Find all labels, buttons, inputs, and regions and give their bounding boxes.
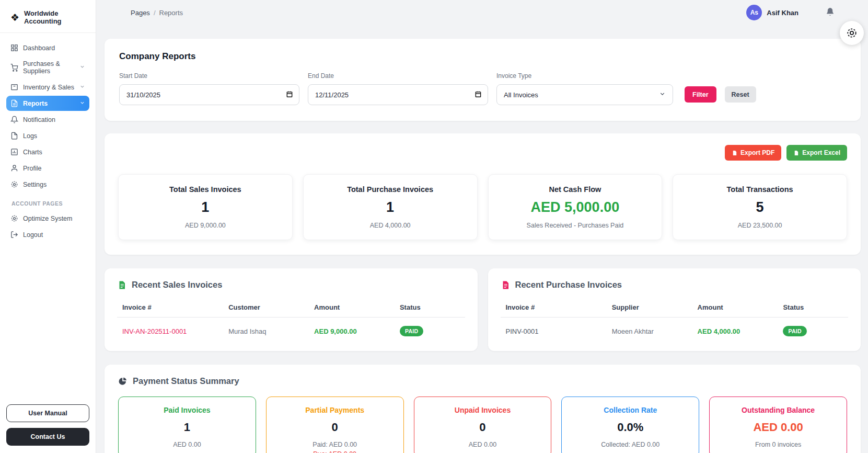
avatar[interactable]: As [746, 5, 762, 20]
section-header: Recent Sales Invoices [117, 280, 465, 290]
calendar-icon[interactable] [286, 90, 293, 99]
sidebar-item-logout[interactable]: Logout [6, 227, 89, 242]
payment-status-summary-card: Payment Status Summary Paid Invoices 1 A… [105, 365, 861, 453]
partial-payments-card: Partial Payments 0 Paid: AED 0.00 Due: A… [266, 397, 404, 453]
stat-subtitle: AED 23,500.00 [679, 222, 840, 229]
sidebar-item-logs[interactable]: Logs [6, 128, 89, 143]
stat-value: AED 5,000.00 [495, 199, 656, 216]
section-header: Payment Status Summary [118, 376, 847, 386]
app-title: Worldwide Accounting [24, 9, 87, 25]
reset-button[interactable]: Reset [725, 86, 756, 103]
contact-us-button[interactable]: Contact Us [6, 428, 89, 446]
notification-bell-icon[interactable] [826, 7, 835, 18]
breadcrumb-pages[interactable]: Pages [131, 9, 150, 17]
stat-value: 1 [125, 199, 286, 216]
recent-invoices-row: Recent Sales Invoices Invoice # Customer… [105, 268, 861, 351]
table-header: Invoice # Customer Amount Status [117, 298, 465, 318]
stat-subtitle: AED 9,000.00 [125, 222, 286, 229]
user-name[interactable]: Asif Khan [767, 9, 798, 17]
sidebar-item-label: Reports [23, 100, 48, 107]
settings-fab-button[interactable] [840, 21, 864, 45]
paid-invoices-card: Paid Invoices 1 AED 0.00 [118, 397, 256, 453]
sidebar-item-charts[interactable]: Charts [6, 144, 89, 160]
calendar-icon[interactable] [474, 90, 482, 99]
stat-subtitle: Sales Received - Purchases Paid [495, 222, 656, 229]
export-excel-button[interactable]: Export Excel [786, 145, 847, 161]
unpaid-invoices-card: Unpaid Invoices 0 AED 0.00 [414, 397, 552, 453]
report-document-icon [10, 99, 18, 107]
pdf-file-icon [732, 150, 737, 156]
payment-cards-grid: Paid Invoices 1 AED 0.00 Partial Payment… [118, 397, 847, 453]
table-row[interactable]: PINV-0001 Moeen Akhtar AED 4,000.00 PAID [501, 318, 849, 346]
sidebar-item-notification[interactable]: Notification [6, 112, 89, 127]
sidebar-item-settings[interactable]: Settings [6, 177, 89, 192]
dashboard-icon [10, 44, 18, 52]
sidebar-item-optimize-system[interactable]: Optimize System [6, 211, 89, 226]
sidebar-item-label: Logs [23, 132, 37, 140]
sidebar-nav: Dashboard Purchases & Suppliers Inventor… [0, 33, 96, 242]
invoice-type-select[interactable]: All Invoices [496, 84, 673, 105]
top-bar: Pages / Reports As Asif Khan [105, 0, 861, 25]
sidebar-item-label: Logout [23, 231, 43, 239]
user-manual-button[interactable]: User Manual [6, 404, 89, 422]
sidebar-item-dashboard[interactable]: Dashboard [6, 40, 89, 55]
stat-total-purchase-invoices: Total Purchase Invoices 1 AED 4,000.00 [303, 174, 478, 240]
start-date-input[interactable] [119, 84, 299, 105]
sidebar-item-label: Purchases & Suppliers [23, 60, 75, 75]
sidebar-item-label: Dashboard [23, 44, 55, 52]
logout-icon [10, 231, 18, 239]
chevron-down-icon [659, 90, 666, 99]
table-header: Invoice # Supplier Amount Status [501, 298, 849, 318]
purchase-invoice-icon [501, 280, 510, 290]
section-title: Recent Sales Invoices [132, 280, 222, 290]
export-row: Export PDF Export Excel [118, 145, 847, 161]
sidebar: ❖ Worldwide Accounting Dashboard Purchas… [0, 0, 96, 453]
sidebar-item-purchases-suppliers[interactable]: Purchases & Suppliers [6, 56, 89, 78]
chevron-down-icon [79, 64, 85, 71]
excel-file-icon [793, 150, 799, 156]
gear-icon [846, 27, 858, 39]
invoice-number[interactable]: PINV-0001 [506, 327, 612, 335]
table-row[interactable]: INV-AN-202511-0001 Murad Ishaq AED 9,000… [117, 318, 465, 346]
stat-value: 5 [679, 199, 840, 216]
sidebar-section-account-pages: ACCOUNT PAGES [11, 200, 89, 207]
breadcrumb-current: Reports [159, 9, 183, 17]
chevron-down-icon [79, 84, 85, 91]
bar-chart-icon [10, 148, 18, 156]
page-title: Company Reports [119, 51, 846, 62]
stat-net-cash-flow: Net Cash Flow AED 5,000.00 Sales Receive… [488, 174, 663, 240]
sidebar-item-reports[interactable]: Reports [6, 96, 89, 111]
end-date-input[interactable] [308, 84, 488, 105]
sidebar-item-profile[interactable]: Profile [6, 161, 89, 176]
sidebar-item-label: Notification [23, 116, 55, 123]
stats-row: Total Sales Invoices 1 AED 9,000.00 Tota… [118, 174, 847, 240]
sidebar-item-label: Inventory & Sales [23, 84, 74, 91]
export-pdf-button[interactable]: Export PDF [725, 145, 781, 161]
invoice-number[interactable]: INV-AN-202511-0001 [122, 327, 228, 335]
outstanding-balance-card: Outstanding Balance AED 0.00 From 0 invo… [709, 397, 847, 453]
invoice-type-field: Invoice Type All Invoices [496, 72, 673, 105]
gear-icon [10, 214, 18, 222]
breadcrumb: Pages / Reports [131, 9, 183, 17]
stat-total-sales-invoices: Total Sales Invoices 1 AED 9,000.00 [118, 174, 293, 240]
breadcrumb-separator: / [154, 9, 156, 17]
app-logo-icon: ❖ [10, 13, 19, 22]
bell-icon [10, 116, 18, 123]
sidebar-footer: User Manual Contact Us [6, 404, 89, 446]
filter-button[interactable]: Filter [685, 86, 716, 103]
invoice-type-value: All Invoices [504, 91, 538, 99]
sidebar-item-inventory-sales[interactable]: Inventory & Sales [6, 80, 89, 95]
company-reports-card: Company Reports Start Date End Date [105, 39, 861, 121]
recent-sales-invoices-card: Recent Sales Invoices Invoice # Customer… [105, 268, 478, 351]
main-content: Pages / Reports As Asif Khan Company Rep… [96, 0, 868, 453]
section-title: Recent Purchase Invoices [515, 280, 622, 290]
gear-icon [10, 180, 18, 188]
end-date-label: End Date [308, 72, 488, 80]
end-date-field: End Date [308, 72, 488, 105]
sidebar-item-label: Charts [23, 149, 42, 156]
chevron-down-icon [79, 100, 85, 107]
status-badge: PAID [400, 326, 424, 336]
summary-stats-card: Export PDF Export Excel Total Sales Invo… [105, 133, 861, 255]
start-date-field: Start Date [119, 72, 299, 105]
start-date-label: Start Date [119, 72, 299, 80]
